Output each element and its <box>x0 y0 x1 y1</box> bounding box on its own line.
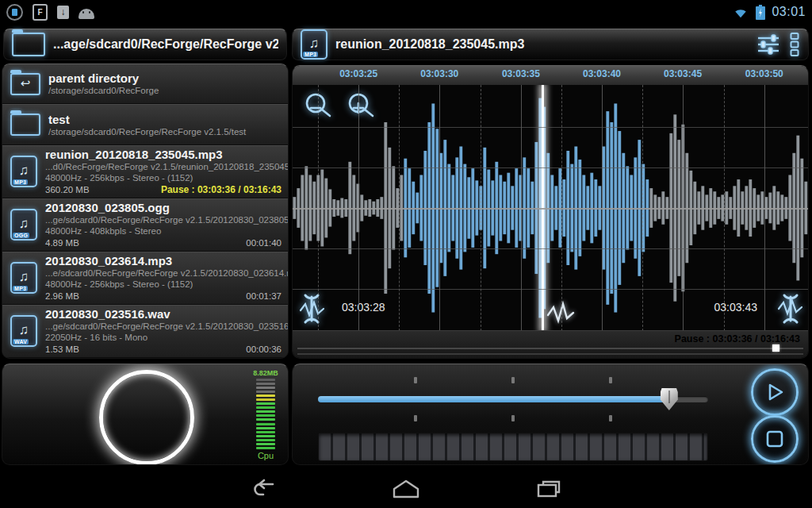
recording-size-label: 8.82MB <box>253 369 278 377</box>
slider-tick <box>414 415 417 421</box>
slider-tick <box>609 377 612 383</box>
item-title: 20120830_023805.ogg <box>45 201 282 214</box>
slider-tick <box>609 415 612 421</box>
timeline-tick-label: 03:03:40 <box>583 68 621 79</box>
item-title: reunion_20120818_235045.mp3 <box>45 148 282 161</box>
item-specs: 48000Hz - 408kbpls - Stereo <box>45 226 282 237</box>
current-file-title: reunion_20120818_235045.mp3 <box>335 37 748 52</box>
item-title: 20120830_023516.wav <box>45 307 282 321</box>
selection-start-time: 03:03:28 <box>342 301 385 314</box>
list-item[interactable]: ♫OGG20120830_023805.ogg ...ge/sdcard0/Re… <box>2 198 288 252</box>
folder-icon <box>10 114 40 136</box>
recents-button[interactable] <box>523 475 574 503</box>
item-path: ...ge/sdcard0/RecForge/RecForge v2.1.5/2… <box>45 321 282 332</box>
item-size: 1.53 MB <box>45 344 79 355</box>
file-list: ↩parent directory /storage/sdcard0/RecFo… <box>2 64 288 358</box>
waveform-area[interactable]: 03:03:28 03:03:43 <box>293 85 808 331</box>
mp3-file-icon: ♫ MP3 <box>301 29 327 60</box>
item-duration: 00:01:37 <box>246 291 282 302</box>
current-file-header: ♫ MP3 reunion_20120818_235045.mp3 <box>292 29 809 60</box>
item-duration: 00:00:36 <box>246 344 282 355</box>
stop-button[interactable] <box>751 415 799 463</box>
slider-tick <box>414 377 417 383</box>
file-progress-track[interactable] <box>297 348 803 349</box>
item-duration: 00:01:40 <box>246 237 282 248</box>
grid-line-horizontal <box>293 248 808 249</box>
status-bar: F ↓ 03:01 <box>0 0 812 24</box>
seek-slider[interactable] <box>318 377 708 421</box>
selection-start-marker[interactable] <box>299 291 326 326</box>
playback-level-meter <box>318 433 708 461</box>
item-path: ...e/sdcard0/RecForge/RecForge v2.1.5/20… <box>45 268 282 279</box>
slider-track[interactable] <box>318 396 708 402</box>
item-specs: 48000Hz - 256kbps - Stereo - (1152) <box>45 279 282 290</box>
timeline-tick-label: 03:03:35 <box>502 68 540 79</box>
parent-folder-icon: ↩ <box>10 73 40 95</box>
pause-status-text: Pause : 03:03:36 / 03:16:43 <box>675 333 800 344</box>
recorder-panel: 8.82MB Cpu <box>2 364 289 465</box>
item-size: 2.96 MB <box>45 291 79 302</box>
file-type-icon: ♫OGG <box>10 209 37 241</box>
list-item[interactable]: ↩parent directory /storage/sdcard0/RecFo… <box>2 64 288 104</box>
grid-line-horizontal <box>293 167 808 168</box>
breadcrumb: ...age/sdcard0/RecForge/RecForge v2.1.5 <box>53 37 278 52</box>
item-path: ...d0/RecForge/RecForge v2.1.5/reunion_2… <box>45 162 282 172</box>
list-item[interactable]: ♫WAV20120830_023516.wav ...ge/sdcard0/Re… <box>2 305 288 358</box>
download-icon: ↓ <box>57 6 69 19</box>
overflow-menu-icon[interactable] <box>789 32 800 57</box>
player-panel <box>292 364 809 465</box>
item-title: test <box>48 113 282 126</box>
record-button[interactable] <box>99 370 194 465</box>
recording-meter: 8.82MB Cpu <box>250 369 282 460</box>
android-icon <box>79 9 94 19</box>
settings-sliders-icon[interactable] <box>756 33 781 56</box>
file-progress-thumb[interactable] <box>772 344 779 352</box>
playhead-marker[interactable] <box>546 299 575 326</box>
clock: 03:01 <box>772 5 806 19</box>
item-status: Pause : 03:03:36 / 03:16:43 <box>161 184 282 195</box>
list-item[interactable]: ♫MP3reunion_20120818_235045.mp3 ...d0/Re… <box>2 145 288 198</box>
grid-line-horizontal <box>293 208 808 210</box>
selection-end-marker[interactable] <box>776 291 803 326</box>
directory-header[interactable]: ...age/sdcard0/RecForge/RecForge v2.1.5 <box>3 29 287 60</box>
slider-fill <box>318 396 669 402</box>
item-title: 20120830_023614.mp3 <box>45 254 282 267</box>
playback-status-strip: Pause : 03:03:36 / 03:16:43 <box>293 330 808 358</box>
grid-line-horizontal <box>293 289 808 290</box>
level-meter <box>256 379 275 449</box>
item-path: /storage/sdcard0/RecForge/RecForge v2.1.… <box>48 127 282 137</box>
file-list-panel: ↩parent directory /storage/sdcard0/RecFo… <box>2 64 289 359</box>
timeline-tick-label: 03:03:45 <box>664 68 702 79</box>
home-button[interactable] <box>381 475 431 503</box>
book-f-icon: F <box>33 4 48 21</box>
timeline[interactable]: 03:03:2503:03:3003:03:3503:03:4003:03:45… <box>293 66 808 86</box>
recforge-app-screen: F ↓ 03:01 ...age/sdcard0/RecForge/RecFor… <box>0 0 812 508</box>
item-size: 4.89 MB <box>45 237 79 248</box>
timeline-tick-label: 03:03:30 <box>420 68 458 79</box>
android-nav-bar <box>0 468 812 508</box>
timeline-tick-label: 03:03:50 <box>745 68 783 79</box>
file-progress-track-2 <box>297 353 803 355</box>
file-type-icon: ♫MP3 <box>10 262 37 294</box>
timeline-tick-label: 03:03:25 <box>339 68 377 79</box>
slider-thumb[interactable] <box>661 388 678 410</box>
zoom-in-icon[interactable] <box>345 91 380 121</box>
file-type-icon: ♫MP3 <box>10 156 37 187</box>
notification-icons: F ↓ <box>6 2 94 21</box>
wifi-icon <box>732 5 749 19</box>
back-button[interactable] <box>238 475 289 503</box>
battery-charging-icon <box>756 5 765 20</box>
item-path: /storage/sdcard0/RecForge <box>48 86 282 96</box>
item-specs: 48000Hz - 256kbps - Stereo - (1152) <box>45 173 282 183</box>
selection-end-time: 03:03:43 <box>714 301 758 314</box>
cpu-label: Cpu <box>258 451 274 460</box>
list-item[interactable]: test /storage/sdcard0/RecForge/RecForge … <box>2 104 288 144</box>
item-size: 360.20 MB <box>45 184 90 195</box>
item-path: ...ge/sdcard0/RecForge/RecForge v2.1.5/2… <box>45 215 282 225</box>
play-button[interactable] <box>751 368 799 416</box>
list-item[interactable]: ♫MP320120830_023614.mp3 ...e/sdcard0/Rec… <box>2 252 288 305</box>
item-title: parent directory <box>48 71 282 85</box>
notification-circle-icon <box>6 4 23 21</box>
slider-tick <box>511 377 515 383</box>
zoom-out-icon[interactable] <box>302 91 337 121</box>
